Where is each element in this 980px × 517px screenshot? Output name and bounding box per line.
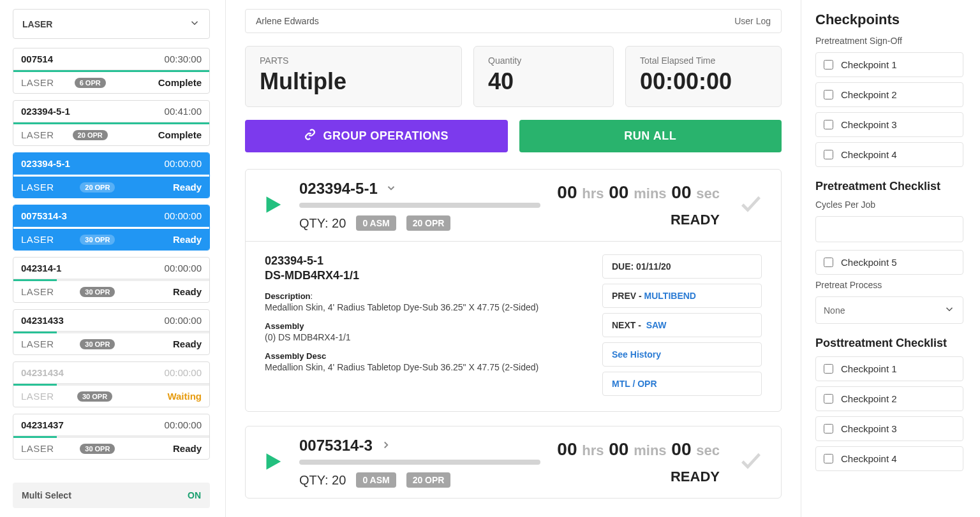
job-id: 04231437 [21, 419, 64, 430]
right-sidebar: Checkpoints Pretreatment Sign-Off Checkp… [801, 0, 980, 517]
job-card-top: 0075314-3 00:00:00 [13, 205, 209, 227]
opr-pill: 20 OPR [406, 215, 451, 231]
chevron-right-icon[interactable] [380, 439, 392, 453]
opr-badge: 30 OPR [80, 339, 115, 349]
play-button[interactable] [261, 449, 283, 476]
complete-check-icon[interactable] [736, 449, 766, 476]
job-time: 00:41:00 [165, 106, 202, 117]
posttreatment-item[interactable]: Checkpoint 2 [815, 386, 963, 411]
mtl-opr-link[interactable]: MTL / OPR [602, 372, 762, 396]
job-status: Complete [158, 129, 202, 140]
job-status: Ready [173, 443, 202, 454]
operation-right: 00 hrs 00 mins 00 sec READY [557, 439, 720, 485]
operation-card: 0075314-3 QTY: 20 0 ASM 20 OPR 00 hrs 00… [245, 426, 782, 499]
user-bar: Arlene Edwards User Log [245, 9, 782, 33]
stat-elapsed: Total Elapsed Time 00:00:00 [625, 46, 782, 107]
pretreatment-item[interactable]: Checkpoint 5 [815, 250, 963, 275]
opr-badge: 6 OPR [75, 78, 106, 88]
job-machine: LASER [21, 129, 54, 140]
stat-quantity: Quantity 40 [473, 46, 614, 107]
operation-title: 023394-5-1 [299, 180, 378, 198]
job-card[interactable]: 04231437 00:00:00 LASER 30 OPR Ready [13, 414, 210, 460]
signoff-label: Pretreatment Sign-Off [815, 36, 963, 46]
user-log-link[interactable]: User Log [734, 16, 771, 26]
assembly-desc-value: Medallion Skin, 4' Radius Tabletop Dye-S… [265, 362, 587, 372]
checkbox[interactable] [824, 364, 833, 374]
asm-pill: 0 ASM [356, 472, 396, 488]
stat-elapsed-value: 00:00:00 [640, 68, 767, 95]
pretreat-process-select[interactable]: None [815, 296, 963, 324]
job-card[interactable]: 023394-5-1 00:00:00 LASER 20 OPR Ready [13, 152, 210, 198]
assembly-value: (0) DS MDB4RX4-1/1 [265, 332, 587, 342]
posttreatment-item[interactable]: Checkpoint 4 [815, 446, 963, 471]
play-button[interactable] [261, 192, 283, 219]
multi-select-label: Multi Select [22, 490, 71, 500]
job-card-top: 04231434 00:00:00 [13, 362, 209, 384]
pretreatment-list: Checkpoint 5 [815, 250, 963, 275]
job-card-top: 023394-5-1 00:41:00 [13, 101, 209, 122]
process-label: Pretreat Process [815, 280, 963, 290]
checkbox[interactable] [824, 424, 833, 433]
checkpoint-label: Checkpoint 5 [841, 257, 897, 268]
job-card[interactable]: 04231434 00:00:00 LASER 30 OPR Waiting [13, 361, 210, 407]
job-card[interactable]: 0075314-3 00:00:00 LASER 30 OPR Ready [13, 205, 210, 251]
posttreatment-item[interactable]: Checkpoint 1 [815, 356, 963, 381]
cycles-input[interactable] [815, 216, 963, 242]
posttreatment-item[interactable]: Checkpoint 3 [815, 416, 963, 441]
opr-badge: 30 OPR [80, 235, 115, 245]
multi-select-toggle[interactable]: Multi Select ON [13, 483, 210, 508]
group-operations-button[interactable]: GROUP OPERATIONS [245, 120, 508, 152]
job-card[interactable]: 04231433 00:00:00 LASER 30 OPR Ready [13, 309, 210, 355]
asm-pill: 0 ASM [356, 215, 396, 231]
checkpoint-label: Checkpoint 3 [841, 119, 897, 130]
run-all-button[interactable]: RUN ALL [519, 120, 782, 152]
checkbox[interactable] [824, 258, 833, 267]
job-card-top: 007514 00:30:00 [13, 48, 209, 70]
job-card-bottom: LASER 30 OPR Ready [13, 438, 209, 459]
checkbox[interactable] [824, 60, 833, 69]
signoff-item[interactable]: Checkpoint 1 [815, 52, 963, 77]
stat-parts-value: Multiple [260, 68, 447, 95]
job-time: 00:00:00 [165, 315, 202, 326]
job-time: 00:00:00 [165, 158, 202, 169]
signoff-list: Checkpoint 1Checkpoint 2Checkpoint 3Chec… [815, 52, 963, 167]
center-panel: Arlene Edwards User Log PARTS Multiple Q… [226, 0, 801, 517]
job-machine: LASER [21, 286, 54, 297]
operation-detail: 023394-5-1 DS-MDB4RX4-1/1 Description: M… [246, 241, 781, 411]
prev-link[interactable]: MULTIBEND [644, 291, 696, 301]
operation-qty: QTY: 20 [299, 216, 346, 231]
checkbox[interactable] [824, 150, 833, 159]
job-card[interactable]: 007514 00:30:00 LASER 6 OPR Complete [13, 48, 210, 94]
operation-progress-bar [299, 460, 540, 465]
stat-quantity-value: 40 [488, 68, 599, 95]
job-card[interactable]: 042314-1 00:00:00 LASER 30 OPR Ready [13, 257, 210, 303]
see-history-link[interactable]: See History [602, 342, 762, 367]
job-machine: LASER [21, 182, 54, 193]
checkpoint-label: Checkpoint 1 [841, 363, 897, 374]
job-card[interactable]: 023394-5-1 00:41:00 LASER 20 OPR Complet… [13, 100, 210, 146]
job-id: 04231433 [21, 315, 64, 326]
opr-badge: 30 OPR [77, 391, 112, 402]
checkbox[interactable] [824, 90, 833, 99]
stat-quantity-label: Quantity [488, 55, 599, 66]
checkbox[interactable] [824, 394, 833, 404]
machine-selector[interactable]: LASER [13, 9, 210, 39]
job-card-bottom: LASER 30 OPR Ready [13, 229, 209, 250]
checkbox[interactable] [824, 454, 833, 463]
signoff-item[interactable]: Checkpoint 3 [815, 112, 963, 137]
job-card-bottom: LASER 20 OPR Complete [13, 124, 209, 145]
operation-status: READY [557, 469, 720, 485]
operation-header: 0075314-3 QTY: 20 0 ASM 20 OPR 00 hrs 00… [246, 426, 781, 498]
stats-row: PARTS Multiple Quantity 40 Total Elapsed… [245, 46, 782, 107]
operation-mid: 023394-5-1 QTY: 20 0 ASM 20 OPR [299, 180, 540, 231]
checkpoint-label: Checkpoint 4 [841, 149, 897, 160]
job-machine: LASER [21, 391, 54, 402]
signoff-item[interactable]: Checkpoint 4 [815, 142, 963, 167]
signoff-item[interactable]: Checkpoint 2 [815, 82, 963, 107]
stat-parts: PARTS Multiple [245, 46, 462, 107]
complete-check-icon[interactable] [736, 192, 766, 219]
checkpoint-label: Checkpoint 4 [841, 453, 897, 464]
next-link[interactable]: SAW [646, 320, 667, 330]
chevron-down-icon[interactable] [385, 182, 397, 196]
checkbox[interactable] [824, 120, 833, 129]
